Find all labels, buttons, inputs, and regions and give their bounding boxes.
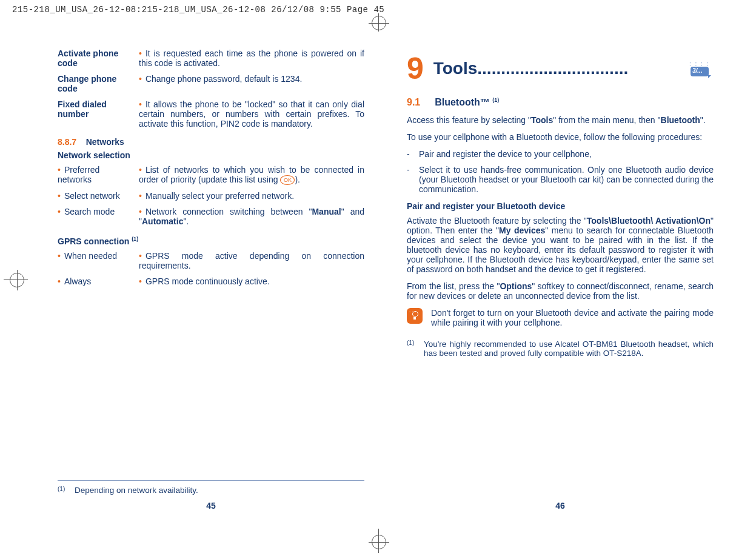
- lightbulb-icon: · · ·: [407, 308, 423, 324]
- chapter-heading: 9 Tools................................ …: [407, 53, 714, 84]
- row-desc: •GPRS mode active depending on connectio…: [139, 251, 364, 276]
- def-term: Activate phone code: [58, 49, 139, 74]
- procedure-list: -Pair and register the device to your ce…: [407, 149, 714, 194]
- page-left: Activate phone code •It is requested eac…: [58, 49, 364, 510]
- page-number: 46: [407, 501, 714, 510]
- paragraph: To use your cellphone with a Bluetooth d…: [407, 132, 714, 142]
- row-desc: •GPRS mode continuously active.: [139, 276, 364, 292]
- pair-heading: Pair and register your Bluetooth device: [407, 201, 714, 211]
- row-desc: •Network connection switching between "M…: [139, 207, 364, 232]
- ok-button-icon: OK: [280, 175, 295, 185]
- footnote: (1) Depending on network availability.: [58, 480, 364, 495]
- page-right: 9 Tools................................ …: [407, 49, 714, 510]
- row-desc: •List of networks to which you wish to b…: [139, 165, 364, 191]
- crop-mark-top: [369, 13, 387, 32]
- gprs-heading: GPRS connection (1): [58, 236, 364, 246]
- footnote: (1) You're highly recommended to use Alc…: [407, 340, 714, 358]
- paragraph: Access this feature by selecting "Tools"…: [407, 115, 714, 125]
- row-desc: •Manually select your preferred network.: [139, 191, 364, 207]
- def-desc: •Change phone password, default is 1234.: [139, 74, 364, 99]
- row-term: •Preferred networks: [58, 165, 139, 191]
- network-rows: •Preferred networks •List of networks to…: [58, 165, 364, 232]
- list-item: -Select it to use hands-free communicati…: [407, 165, 714, 194]
- page-number: 45: [58, 501, 364, 510]
- row-term: •Always: [58, 276, 139, 292]
- network-selection-heading: Network selection: [58, 150, 364, 160]
- def-desc: •It allows the phone to be "locked" so t…: [139, 99, 364, 135]
- security-definitions: Activate phone code •It is requested eac…: [58, 49, 364, 135]
- print-header: 215-218_UM_USA_26-12-08:215-218_UM_USA_2…: [12, 5, 384, 15]
- row-term: •When needed: [58, 251, 139, 276]
- crop-mark-bottom: [369, 529, 387, 553]
- def-term: Change phone code: [58, 74, 139, 99]
- section-9-1-heading: 9.1 Bluetooth™ (1): [407, 97, 714, 108]
- section-heading: 8.8.7 Networks: [58, 137, 364, 147]
- list-item: -Pair and register the device to your ce…: [407, 149, 714, 159]
- row-term: •Search mode: [58, 207, 139, 232]
- def-term: Fixed dialed number: [58, 99, 139, 135]
- row-term: •Select network: [58, 191, 139, 207]
- paragraph: Activate the Bluetooth feature by select…: [407, 216, 714, 274]
- paragraph: From the list, press the "Options" softk…: [407, 281, 714, 301]
- tip-callout: · · · Don't forget to turn on your Bluet…: [407, 308, 714, 327]
- crop-mark-left: [4, 270, 28, 289]
- gprs-rows: •When needed •GPRS mode active depending…: [58, 251, 364, 292]
- tools-icon: : : : : 3/...: [687, 59, 714, 78]
- def-desc: •It is requested each time as the phone …: [139, 49, 364, 74]
